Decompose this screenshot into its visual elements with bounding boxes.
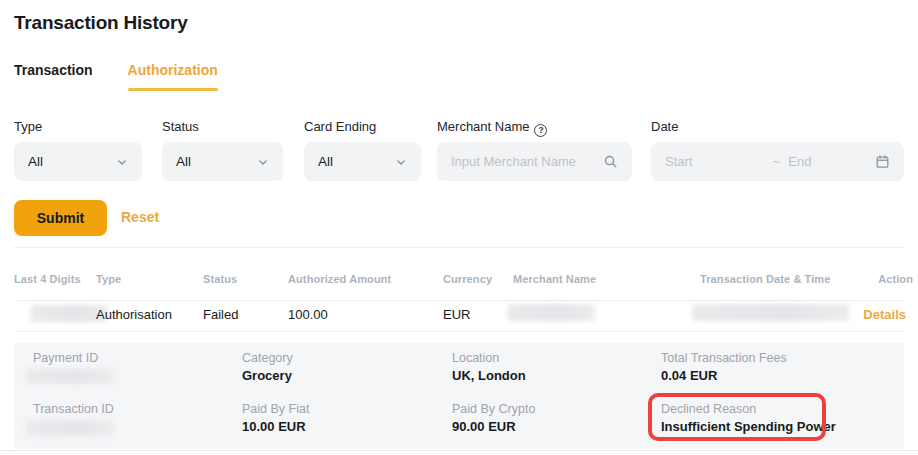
date-range-separator: ~ bbox=[773, 154, 781, 169]
col-header-merchant: Merchant Name bbox=[513, 273, 596, 285]
merchant-filter-label-text: Merchant Name bbox=[437, 119, 529, 134]
card-ending-filter-label: Card Ending bbox=[304, 119, 376, 134]
location-label: Location bbox=[452, 351, 499, 365]
redacted-payment-id bbox=[26, 369, 114, 384]
paid-by-crypto-label: Paid By Crypto bbox=[452, 402, 535, 416]
col-header-last4: Last 4 Digits bbox=[14, 273, 81, 285]
type-filter-label: Type bbox=[14, 119, 42, 134]
row-details-link[interactable]: Details bbox=[863, 307, 906, 322]
submit-button[interactable]: Submit bbox=[14, 200, 107, 236]
card-ending-select[interactable]: All bbox=[304, 142, 421, 181]
transaction-history-page: Transaction History Transaction Authoriz… bbox=[0, 0, 918, 455]
type-select-value: All bbox=[28, 154, 116, 169]
declined-reason-label: Declined Reason bbox=[661, 402, 756, 416]
tab-authorization[interactable]: Authorization bbox=[128, 62, 218, 82]
paid-by-fiat-label: Paid By Fiat bbox=[242, 402, 309, 416]
date-start-placeholder[interactable]: Start bbox=[665, 154, 765, 169]
merchant-name-input[interactable] bbox=[451, 154, 603, 169]
merchant-name-field bbox=[437, 142, 632, 181]
search-icon[interactable] bbox=[603, 154, 618, 169]
date-end-placeholder[interactable]: End bbox=[788, 154, 875, 169]
date-range-field[interactable]: Start ~ End bbox=[651, 142, 904, 181]
col-header-amount: Authorized Amount bbox=[288, 273, 391, 285]
paid-by-fiat-value: 10.00 EUR bbox=[242, 419, 306, 434]
status-select-value: All bbox=[176, 154, 257, 169]
row-currency: EUR bbox=[443, 307, 470, 322]
payment-id-label: Payment ID bbox=[33, 351, 98, 365]
reset-button[interactable]: Reset bbox=[121, 209, 159, 225]
tab-transaction[interactable]: Transaction bbox=[14, 62, 93, 82]
total-fees-value: 0.04 EUR bbox=[661, 368, 717, 383]
chevron-down-icon bbox=[395, 156, 407, 168]
row-amount: 100.00 bbox=[288, 307, 328, 322]
calendar-icon[interactable] bbox=[875, 154, 890, 169]
redacted-transaction-id bbox=[26, 420, 114, 436]
page-title: Transaction History bbox=[14, 12, 188, 34]
col-header-action: Action bbox=[878, 273, 913, 285]
row-divider bbox=[14, 331, 904, 332]
row-status: Failed bbox=[203, 307, 238, 322]
transaction-id-label: Transaction ID bbox=[33, 402, 114, 416]
location-value: UK, London bbox=[452, 368, 526, 383]
category-value: Grocery bbox=[242, 368, 292, 383]
col-header-currency: Currency bbox=[443, 273, 492, 285]
status-select[interactable]: All bbox=[162, 142, 283, 181]
redacted-transaction-datetime bbox=[692, 304, 849, 321]
redacted-merchant-name bbox=[507, 304, 595, 321]
status-filter-label: Status bbox=[162, 119, 199, 134]
total-fees-label: Total Transaction Fees bbox=[661, 351, 787, 365]
merchant-filter-label: Merchant Name? bbox=[437, 119, 547, 137]
bottom-divider bbox=[0, 450, 918, 451]
type-select[interactable]: All bbox=[14, 142, 142, 181]
tab-bar: Transaction Authorization bbox=[14, 62, 218, 82]
date-filter-label: Date bbox=[651, 119, 678, 134]
chevron-down-icon bbox=[257, 156, 269, 168]
declined-reason-value: Insufficient Spending Power bbox=[661, 419, 836, 434]
category-label: Category bbox=[242, 351, 293, 365]
row-type: Authorisation bbox=[96, 307, 172, 322]
card-ending-select-value: All bbox=[318, 154, 395, 169]
section-divider bbox=[14, 247, 904, 248]
col-header-status: Status bbox=[203, 273, 237, 285]
col-header-type: Type bbox=[96, 273, 121, 285]
paid-by-crypto-value: 90.00 EUR bbox=[452, 419, 516, 434]
col-header-datetime: Transaction Date & Time bbox=[700, 273, 830, 285]
chevron-down-icon bbox=[116, 156, 128, 168]
help-icon[interactable]: ? bbox=[534, 124, 547, 137]
